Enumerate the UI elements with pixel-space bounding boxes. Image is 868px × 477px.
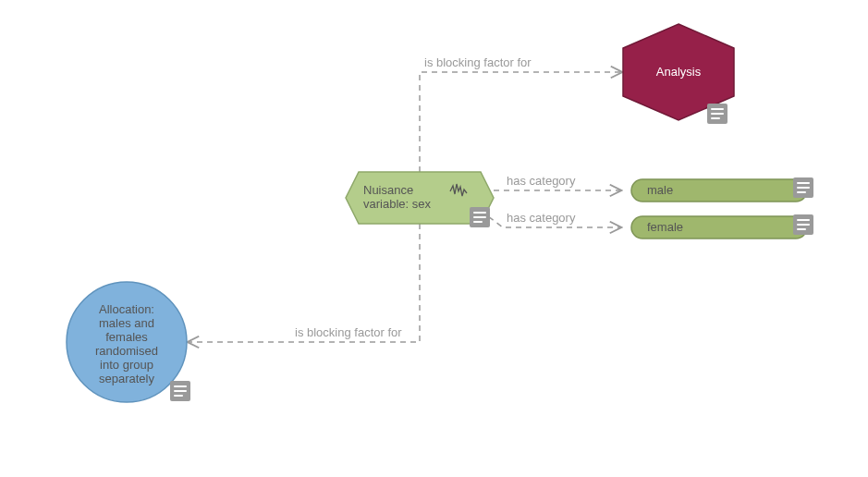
edge-blocking-analysis: is blocking factor for bbox=[420, 55, 621, 172]
node-category-female[interactable]: female bbox=[631, 214, 813, 238]
edge-blocking-allocation: is blocking factor for bbox=[189, 224, 420, 342]
svg-point-18 bbox=[67, 282, 187, 402]
document-icon bbox=[470, 207, 490, 227]
document-icon bbox=[793, 177, 813, 198]
edge-label: has category bbox=[507, 174, 576, 188]
document-icon bbox=[793, 214, 813, 235]
edge-label: is blocking factor for bbox=[424, 55, 532, 69]
document-icon bbox=[170, 381, 190, 401]
document-icon bbox=[707, 104, 727, 124]
edge-category-female: has category bbox=[481, 211, 620, 227]
diagram-canvas: is blocking factor for has category has … bbox=[0, 0, 868, 477]
edge-category-male: has category bbox=[494, 174, 620, 190]
edge-label: has category bbox=[507, 211, 576, 225]
node-analysis[interactable]: Analysis bbox=[623, 24, 734, 124]
node-nuisance-variable[interactable]: Nuisance variable: sex bbox=[346, 172, 494, 227]
edge-label: is blocking factor for bbox=[295, 325, 402, 339]
node-allocation[interactable]: Allocation: males and females randomised… bbox=[67, 282, 190, 402]
node-category-male[interactable]: male bbox=[631, 177, 813, 202]
